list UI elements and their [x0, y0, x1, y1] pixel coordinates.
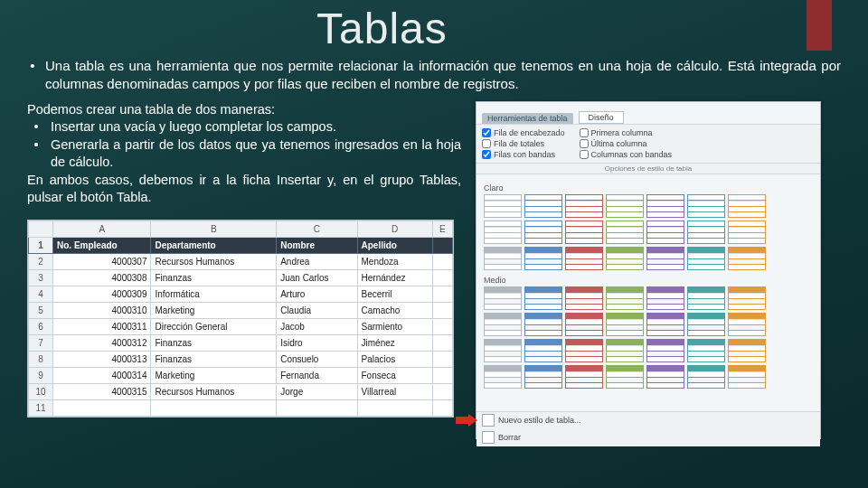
checkbox-icon[interactable]: [482, 128, 491, 137]
intro-line: Podemos crear una tabla de dos maneras:: [27, 101, 461, 119]
table-styles-panel: Herramientas de tabla Diseño Fila de enc…: [476, 101, 821, 439]
ck-first-col[interactable]: Primera columna: [580, 128, 673, 137]
table-style-swatch[interactable]: [606, 313, 644, 336]
table-style-swatch[interactable]: [728, 221, 766, 244]
table-style-swatch[interactable]: [728, 247, 766, 270]
excel-table-illustration: ABCDE 1No. EmpleadoDepartamentoNombreApe…: [27, 220, 454, 418]
gallery-footer: Nuevo estilo de tabla... Borrar: [476, 411, 820, 446]
table-style-swatch[interactable]: [646, 365, 684, 389]
checkbox-icon[interactable]: [580, 150, 589, 159]
table-style-swatch[interactable]: [687, 313, 725, 336]
table-style-swatch[interactable]: [484, 313, 522, 336]
table-style-swatch[interactable]: [524, 339, 562, 362]
table-cell: Claudia: [277, 302, 357, 318]
table-style-swatch[interactable]: [484, 286, 522, 310]
table-style-swatch[interactable]: [484, 247, 522, 270]
table-style-swatch[interactable]: [687, 286, 725, 310]
table-style-swatch[interactable]: [524, 221, 562, 244]
table-style-swatch[interactable]: [484, 221, 522, 244]
gallery-section-light: Claro: [484, 183, 813, 192]
ck-last-col[interactable]: Última columna: [580, 139, 673, 148]
ck-banded-rows[interactable]: Filas con bandas: [482, 150, 565, 159]
col-letter: B: [151, 221, 277, 237]
ck-header-row[interactable]: Fila de encabezado: [482, 128, 565, 137]
table-style-swatch[interactable]: [687, 339, 725, 362]
table-cell: Informática: [151, 286, 277, 302]
table-style-swatch[interactable]: [687, 365, 725, 389]
table-style-swatch[interactable]: [606, 365, 644, 389]
table-cell: 4000311: [53, 318, 151, 334]
table-style-swatch[interactable]: [565, 221, 603, 244]
col-letter: E: [432, 221, 453, 237]
table-style-swatch[interactable]: [728, 313, 766, 336]
table-cell: Jorge: [277, 383, 357, 399]
ck-total-row[interactable]: Fila de totales: [482, 139, 565, 148]
table-style-swatch[interactable]: [484, 339, 522, 362]
table-style-swatch[interactable]: [646, 221, 684, 244]
table-style-swatch[interactable]: [565, 365, 603, 389]
table-style-swatch[interactable]: [646, 286, 684, 310]
checkbox-icon[interactable]: [482, 139, 491, 148]
checkbox-icon[interactable]: [482, 150, 491, 159]
sample-table: ABCDE 1No. EmpleadoDepartamentoNombreApe…: [28, 221, 453, 417]
table-cell: Finanzas: [151, 269, 277, 286]
table-style-swatch[interactable]: [728, 339, 766, 362]
table-style-swatch[interactable]: [606, 286, 644, 310]
table-style-swatch[interactable]: [687, 194, 725, 218]
table-cell: 4000314: [53, 367, 151, 383]
row-number: 1: [29, 237, 53, 253]
table-header-row: 1No. EmpleadoDepartamentoNombreApellido: [29, 237, 453, 253]
table-style-swatch[interactable]: [565, 339, 603, 362]
checkbox-icon[interactable]: [580, 139, 589, 148]
bullet-dot-icon: •: [31, 136, 42, 172]
col-letter: [29, 221, 53, 237]
context-tab[interactable]: Herramientas de tabla: [482, 113, 573, 124]
table-style-swatch[interactable]: [606, 247, 644, 270]
new-table-style-button[interactable]: Nuevo estilo de tabla...: [476, 412, 820, 429]
table-style-swatch[interactable]: [524, 365, 562, 389]
table-style-swatch[interactable]: [728, 286, 766, 310]
col-letter: A: [53, 221, 151, 237]
table-style-swatch[interactable]: [646, 194, 684, 218]
bullet-1: Insertar una vacía y luego completar los…: [51, 118, 336, 136]
table-style-swatch[interactable]: [606, 194, 644, 218]
table-cell: Villarreal: [357, 383, 432, 399]
table-style-swatch[interactable]: [484, 194, 522, 218]
table-style-swatch[interactable]: [606, 339, 644, 362]
table-style-swatch[interactable]: [484, 365, 522, 389]
clear-icon: [482, 431, 495, 444]
table-style-swatch[interactable]: [565, 247, 603, 270]
table-style-swatch[interactable]: [687, 247, 725, 270]
table-style-swatch[interactable]: [728, 365, 766, 389]
table-style-swatch[interactable]: [646, 339, 684, 362]
table-cell: 4000313: [53, 351, 151, 367]
ck-banded-cols[interactable]: Columnas con bandas: [580, 150, 673, 159]
table-style-swatch[interactable]: [565, 286, 603, 310]
table-style-swatch[interactable]: [606, 221, 644, 244]
table-style-swatch[interactable]: [524, 247, 562, 270]
table-row: 84000313FinanzasConsueloPalacios: [29, 351, 453, 367]
design-tab[interactable]: Diseño: [579, 111, 624, 124]
table-cell: Isidro: [277, 334, 357, 351]
row-number: 10: [29, 383, 53, 399]
table-style-swatch[interactable]: [646, 247, 684, 270]
col-letter: C: [277, 221, 357, 237]
table-style-swatch[interactable]: [565, 194, 603, 218]
clear-style-button[interactable]: Borrar: [476, 429, 820, 446]
table-style-swatch[interactable]: [524, 313, 562, 336]
table-style-swatch[interactable]: [728, 194, 766, 218]
table-cell: 4000310: [53, 302, 151, 318]
table-row: 34000308FinanzasJuan CarlosHernández: [29, 269, 453, 286]
row-number: 4: [29, 286, 53, 302]
table-cell: 4000309: [53, 286, 151, 302]
table-cell: Marketing: [151, 302, 277, 318]
table-style-swatch[interactable]: [646, 313, 684, 336]
table-style-swatch[interactable]: [687, 221, 725, 244]
table-style-swatch[interactable]: [565, 313, 603, 336]
col-letter: D: [357, 221, 432, 237]
table-cell: Marketing: [151, 367, 277, 383]
table-style-swatch[interactable]: [524, 286, 562, 310]
table-style-swatch[interactable]: [524, 194, 562, 218]
table-cell: Mendoza: [357, 253, 432, 269]
checkbox-icon[interactable]: [580, 128, 589, 137]
